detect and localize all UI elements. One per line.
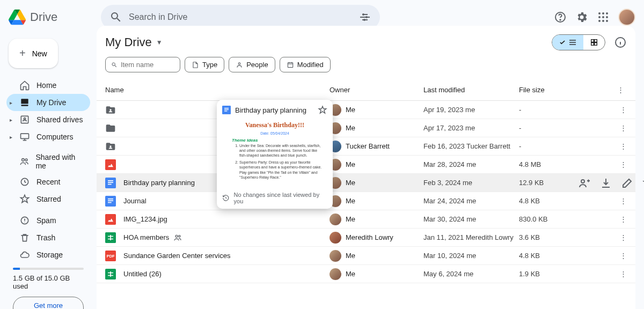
file-type-icon [105,105,116,115]
table-row[interactable]: Birthday party planningMeFeb 3, 2024 me1… [97,174,635,192]
svg-point-47 [175,235,178,237]
table-row[interactable]: MeApr 17, 2023 me-⋮ [97,119,635,137]
owner-name: Me [346,270,355,278]
more-icon[interactable]: ⋮ [620,215,627,223]
account-avatar[interactable] [618,9,635,26]
owner-avatar [330,214,341,225]
svg-rect-45 [105,214,116,225]
sidebar-label: Storage [36,251,63,259]
svg-point-1 [365,16,368,18]
table-row[interactable]: IMG_1234.jpgMeMar 30, 2024 me830.0 KB⋮ [97,210,635,229]
more-icon[interactable]: ⋮ [620,124,627,132]
col-modified-header[interactable]: Last modified [423,86,519,94]
row-actions: ⋮ [578,252,627,260]
caret-right-icon[interactable]: ▸ [10,134,12,140]
filter-name-input[interactable] [121,61,174,69]
filter-item-name[interactable] [105,57,180,72]
table-row[interactable]: PDFSundance Garden Center servicesMeMar … [97,247,635,265]
grid-view-button[interactable] [583,35,605,50]
modified-cell: Apr 17, 2023 me [423,124,519,132]
svg-point-13 [606,20,608,22]
col-size-header[interactable]: File size [519,86,578,94]
more-icon[interactable]: ⋮ [620,106,627,114]
svg-point-0 [362,13,364,16]
sidebar-item-spam[interactable]: Spam [6,212,90,229]
sidebar-item-shared-drives[interactable]: ▸ Shared drives [6,111,90,128]
caret-right-icon[interactable]: ▸ [10,117,12,123]
more-icon[interactable]: ⋮ [620,197,627,205]
modified-cell: Jan 11, 2021 Meredith Lowry [423,233,519,241]
info-icon[interactable] [614,36,627,49]
owner-avatar [330,232,341,244]
breadcrumb-my-drive[interactable]: My Drive ▼ [105,35,163,49]
table-row[interactable]: JournalMeMar 24, 2024 me4.8 KB⋮ [97,192,635,210]
new-button[interactable]: + New [9,39,58,68]
svg-point-20 [25,159,27,161]
file-type-icon [105,214,116,225]
more-icon[interactable]: ⋮ [620,142,627,150]
file-type-icon [105,232,116,243]
filter-modified[interactable]: Modified [280,57,331,72]
svg-rect-27 [595,40,597,42]
storage-usage-text: 1.5 GB of 15.0 GB used [6,272,90,292]
col-owner-header[interactable]: Owner [330,86,423,94]
list-icon [568,38,577,47]
drive-logo[interactable]: Drive [9,9,97,26]
table-row[interactable]: HOA membersMeredith LowryJan 11, 2021 Me… [97,229,635,247]
svg-point-48 [179,235,180,237]
svg-point-9 [602,16,604,18]
table-header: Name Owner Last modified File size ⋮ [97,79,635,101]
sidebar-item-recent[interactable]: Recent [6,173,90,190]
table-row[interactable]: MeApr 19, 2023 me-⋮ [97,101,635,119]
more-icon[interactable]: ⋮ [620,252,627,260]
svg-point-34 [109,145,111,147]
table-row[interactable]: Untitled (26)MeMay 6, 2024 me1.9 KB⋮ [97,265,635,283]
download-icon[interactable] [599,176,612,189]
file-icon [192,61,199,69]
share-icon[interactable] [578,176,591,189]
file-name: IMG_1234.jpg [123,215,167,223]
svg-point-17 [24,118,25,120]
sidebar-item-shared-with-me[interactable]: Shared with me [6,150,90,173]
more-icon[interactable]: ⋮ [620,270,627,278]
edit-icon[interactable] [621,176,634,189]
search-options-icon[interactable] [358,11,371,24]
apps-grid-icon[interactable] [597,11,610,24]
sidebar: + New Home ▸ My Drive ▸ Shared drives ▸ … [0,34,97,309]
sidebar-label: Shared with me [35,153,84,170]
table-row[interactable]: Tucker BarrettFeb 16, 2023 Tucker Barret… [97,137,635,156]
owner-name: Me [346,252,355,260]
help-icon[interactable] [554,11,567,24]
file-list: MeApr 19, 2023 me-⋮MeApr 17, 2023 me-⋮Tu… [97,101,635,283]
sidebar-item-starred[interactable]: Starred [6,190,90,208]
header-more-icon[interactable]: ⋮ [614,83,627,96]
row-actions: ⋮ [578,215,627,223]
file-type-icon [105,269,116,279]
search-input[interactable] [129,12,352,22]
get-more-storage-button[interactable]: Get more storage [13,297,84,309]
sidebar-item-computers[interactable]: ▸ Computers [6,128,90,145]
caret-right-icon[interactable]: ▸ [10,100,12,106]
svg-rect-29 [595,43,597,46]
grid-icon [590,38,598,47]
list-view-button[interactable] [552,35,583,50]
sidebar-item-home[interactable]: Home [6,77,90,94]
sidebar-item-trash[interactable]: Trash [6,229,90,246]
sidebar-item-storage[interactable]: Storage [6,246,90,263]
file-type-icon [105,123,116,134]
col-name-header[interactable]: Name [105,86,330,94]
people-icon [19,156,29,167]
svg-point-12 [602,20,604,22]
filter-type[interactable]: Type [185,57,224,72]
file-name: Sundance Garden Center services [123,252,230,260]
star-outline-icon[interactable] [318,105,327,115]
more-icon[interactable]: ⋮ [620,160,627,168]
settings-gear-icon[interactable] [575,11,588,24]
more-icon[interactable]: ⋮ [620,233,627,241]
filter-people[interactable]: People [229,57,275,72]
search-icon [109,11,122,24]
sidebar-item-my-drive[interactable]: ▸ My Drive [6,94,90,111]
clock-icon [19,176,30,187]
svg-point-31 [238,62,240,64]
table-row[interactable]: MeMar 28, 2024 me4.8 MB⋮ [97,156,635,174]
